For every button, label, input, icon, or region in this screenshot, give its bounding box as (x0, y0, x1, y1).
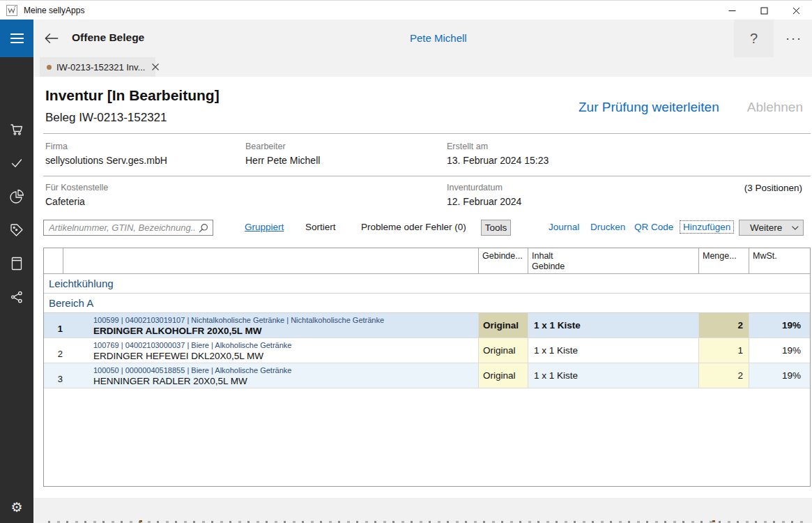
row-index: 2 (44, 338, 63, 363)
positions-count: (3 Positionen) (744, 183, 802, 193)
group-row-leichtkuehlung[interactable]: Leichtkühlung (44, 274, 810, 294)
menge-cell[interactable]: 2 (699, 363, 749, 388)
back-arrow-icon (45, 32, 59, 45)
group-row-bereich-a[interactable]: Bereich A (44, 294, 810, 313)
document-subtitle: Beleg IW-0213-152321 (45, 111, 167, 125)
hamburger-menu-button[interactable] (0, 20, 33, 57)
row-index: 3 (44, 363, 63, 388)
sidebar-item-articles[interactable] (0, 216, 33, 244)
more-dropdown-button[interactable]: Weitere (739, 220, 804, 236)
tab-label: IW-0213-152321 Inv... (56, 62, 145, 73)
gebinde-cell[interactable]: Original (479, 338, 528, 363)
col-menge: Menge... (699, 248, 749, 273)
search-icon[interactable] (199, 223, 208, 233)
back-button[interactable] (40, 28, 63, 49)
field-value-firma: sellysolutions Serv.ges.mbH (45, 155, 167, 166)
tab-strip: IW-0213-152321 Inv... (33, 57, 812, 77)
gebinde-cell[interactable]: Original (479, 363, 528, 388)
table-row[interactable]: 2 100769 | 04002103000037 | Biere | Alko… (44, 338, 810, 363)
reject-link[interactable]: Ablehnen (747, 100, 803, 115)
field-value-kostenstelle: Cafeteria (45, 196, 85, 207)
sorted-toggle[interactable]: Sortiert (305, 222, 336, 232)
add-link[interactable]: Hinzufügen (680, 220, 734, 234)
sidebar-item-share[interactable] (0, 283, 33, 311)
close-button[interactable] (780, 1, 812, 20)
col-gebinde: Gebinde... (479, 248, 528, 273)
problems-toggle[interactable]: Probleme oder Fehler (0) (361, 222, 466, 232)
search-input[interactable] (44, 222, 199, 233)
clipped-dot (712, 520, 715, 522)
cart-icon (8, 121, 25, 138)
menge-cell[interactable]: 2 (699, 313, 749, 338)
sidebar-item-settings[interactable]: ⚙ (0, 493, 33, 521)
table-row[interactable]: 1 100599 | 04002103019107 | Nichtalkohol… (44, 313, 810, 338)
app-logo-icon (6, 5, 17, 16)
tab-close-icon[interactable] (152, 63, 159, 70)
search-box (43, 220, 213, 236)
page-title: Offene Belege (72, 31, 144, 44)
article-meta: 100769 | 04002103000037 | Biere | Alkoho… (93, 340, 478, 350)
sidebar-item-cart[interactable] (0, 116, 33, 144)
field-label-erstellt-am: Erstellt am (447, 142, 488, 151)
document-title: Inventur [In Bearbeitung] (45, 87, 220, 104)
document-tab[interactable]: IW-0213-152321 Inv... (40, 57, 155, 77)
clipped-dot (139, 520, 142, 522)
menge-cell[interactable]: 1 (699, 338, 749, 363)
document-actions: Zur Prüfung weiterleiten Ablehnen (579, 100, 803, 115)
mwst-cell: 19% (749, 313, 810, 338)
gebinde-cell[interactable]: Original (479, 313, 528, 338)
window-title: Meine sellyApps (24, 6, 84, 15)
field-value-bearbeiter: Herr Pete Michell (245, 155, 320, 166)
user-name[interactable]: Pete Michell (410, 32, 467, 44)
row-index: 1 (44, 313, 63, 338)
sidebar-item-reports[interactable] (0, 183, 33, 211)
row-description: 100599 | 04002103019107 | Nichtalkoholis… (63, 313, 479, 338)
forward-for-review-link[interactable]: Zur Prüfung weiterleiten (579, 100, 719, 115)
minimize-button[interactable] (716, 1, 748, 20)
check-icon (8, 155, 25, 172)
help-button[interactable]: ? (734, 20, 774, 57)
main-content: Inventur [In Bearbeitung] Beleg IW-0213-… (33, 77, 812, 498)
chevron-down-icon (792, 226, 799, 230)
share-network-icon (8, 289, 25, 305)
inhalt-cell: 1 x 1 Kiste (528, 338, 699, 363)
mwst-cell: 19% (749, 338, 810, 363)
article-name: HENNINGER RADLER 20X0,5L MW (93, 375, 478, 387)
article-meta: 100050 | 00000040518855 | Biere | Alkoho… (93, 365, 478, 375)
book-icon (8, 255, 25, 272)
article-meta: 100599 | 04002103019107 | Nichtalkoholis… (93, 315, 478, 325)
gear-icon: ⚙ (10, 501, 22, 514)
maximize-button[interactable] (748, 1, 780, 20)
sidebar-item-tasks[interactable] (0, 149, 33, 177)
close-icon (792, 7, 800, 15)
grouped-toggle[interactable]: Gruppiert (245, 222, 284, 232)
field-label-kostenstelle: Für Kostenstelle (45, 183, 108, 192)
inhalt-cell: 1 x 1 Kiste (528, 363, 699, 388)
divider (43, 176, 811, 176)
table-row[interactable]: 3 100050 | 00000040518855 | Biere | Alko… (44, 363, 810, 388)
sidebar-item-documents[interactable] (0, 250, 33, 278)
journal-link[interactable]: Journal (549, 222, 579, 232)
app-header: Offene Belege Pete Michell ? ··· (0, 20, 812, 57)
inhalt-cell: 1 x 1 Kiste (528, 313, 699, 338)
print-link[interactable]: Drucken (590, 222, 625, 232)
tag-icon (8, 222, 25, 238)
table-header-row: Gebinde... Inhalt Gebinde Menge... MwSt. (44, 248, 810, 274)
mwst-cell: 19% (749, 363, 810, 388)
field-value-erstellt-am: 13. Februar 2024 15:23 (447, 155, 549, 166)
tab-unsaved-dot-icon (47, 65, 52, 70)
header-more-button[interactable]: ··· (776, 20, 812, 57)
col-inhalt-gebinde: Inhalt Gebinde (528, 248, 699, 273)
divider (43, 133, 811, 134)
tools-button[interactable]: Tools (481, 220, 511, 236)
row-description: 100769 | 04002103000037 | Biere | Alkoho… (63, 338, 479, 363)
positions-table: Gebinde... Inhalt Gebinde Menge... MwSt.… (43, 248, 811, 487)
field-label-inventurdatum: Inventurdatum (447, 183, 503, 192)
col-index (44, 248, 63, 273)
window-controls (716, 1, 812, 20)
field-label-firma: Firma (45, 142, 68, 151)
pie-chart-icon (8, 188, 25, 205)
article-name: ERDINGER ALKOHOLFR 20X0,5L MW (93, 325, 478, 337)
qr-code-link[interactable]: QR Code (634, 222, 673, 232)
col-mwst: MwSt. (749, 248, 810, 273)
